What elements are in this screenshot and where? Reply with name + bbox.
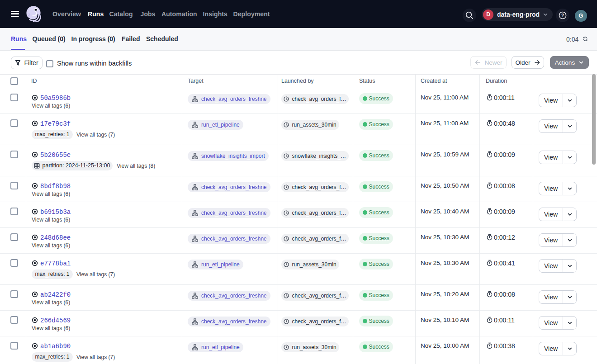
svg-text:?: ? [561, 13, 564, 18]
